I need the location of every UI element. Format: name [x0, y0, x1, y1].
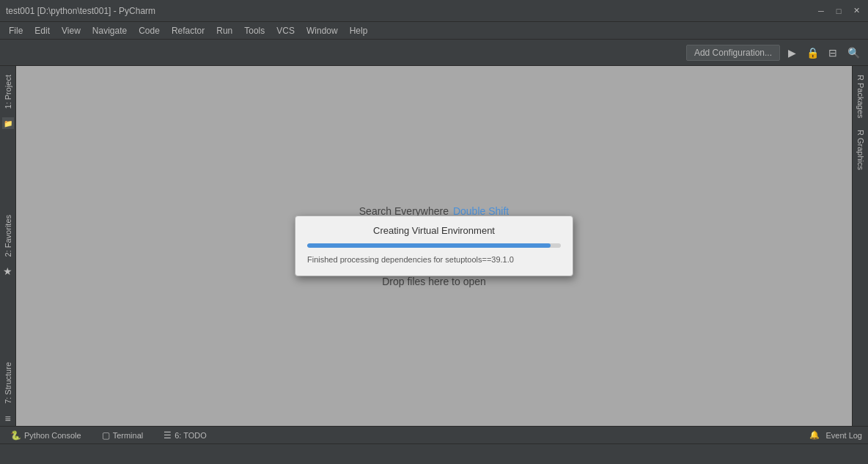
python-console-tab[interactable]: 🐍 Python Console [6, 429, 86, 442]
bottom-bar [0, 443, 868, 464]
creating-venv-dialog: Creating Virtual Environment Finished pr… [295, 216, 573, 276]
sidebar-item-r-graphics[interactable]: R Graphics [854, 124, 867, 176]
todo-icon: ☰ [163, 430, 172, 441]
structure-icon[interactable]: ≡ [4, 413, 10, 424]
window-title: test001 [D:\python\test001] - PyCharm [6, 6, 155, 16]
menu-edit[interactable]: Edit [29, 24, 56, 37]
favorites-icon[interactable]: ★ [3, 265, 12, 277]
todo-label: 6: TODO [174, 431, 207, 440]
menu-code[interactable]: Code [133, 24, 166, 37]
status-bar: 🐍 Python Console ▢ Terminal ☰ 6: TODO 🔔 … [0, 426, 868, 443]
window-controls: ─ □ ✕ [815, 5, 862, 17]
menu-window[interactable]: Window [301, 24, 344, 37]
run-icon[interactable]: ▶ [783, 44, 801, 62]
project-icon[interactable]: 📁 [2, 117, 14, 129]
lock-icon[interactable]: 🔒 [803, 44, 821, 62]
menu-bar: File Edit View Navigate Code Refactor Ru… [0, 22, 868, 40]
menu-help[interactable]: Help [344, 24, 374, 37]
event-log-label[interactable]: Event Log [825, 431, 862, 440]
todo-tab[interactable]: ☰ 6: TODO [159, 429, 211, 442]
modal-status-text: Finished processing dependencies for set… [307, 255, 561, 264]
title-bar: test001 [D:\python\test001] - PyCharm ─ … [0, 0, 868, 22]
stop-icon[interactable]: ⊟ [824, 44, 842, 62]
left-sidebar: 1: Project 📁 2: Favorites ★ 7: Structure… [0, 66, 16, 426]
progress-bar-fill [307, 243, 551, 248]
sidebar-item-project[interactable]: 1: Project [1, 69, 15, 114]
menu-run[interactable]: Run [210, 24, 238, 37]
toolbar: Add Configuration... ▶ 🔒 ⊟ 🔍 [0, 40, 868, 66]
terminal-label: Terminal [113, 431, 144, 440]
right-sidebar: R Packages R Graphics [852, 66, 868, 426]
maximize-button[interactable]: □ [833, 5, 845, 17]
menu-refactor[interactable]: Refactor [166, 24, 210, 37]
minimize-button[interactable]: ─ [815, 5, 827, 17]
add-configuration-button[interactable]: Add Configuration... [686, 45, 780, 61]
menu-vcs[interactable]: VCS [271, 24, 301, 37]
terminal-icon: ▢ [102, 430, 110, 441]
editor-area: Search Everywhere Double Shift Project V… [16, 66, 852, 426]
python-console-icon: 🐍 [10, 430, 21, 441]
sidebar-item-r-packages[interactable]: R Packages [854, 69, 867, 124]
menu-view[interactable]: View [56, 24, 87, 37]
search-everywhere-icon[interactable]: 🔍 [845, 44, 862, 62]
event-log-icon: 🔔 [809, 430, 820, 440]
menu-file[interactable]: File [3, 24, 29, 37]
python-console-label: Python Console [24, 431, 81, 440]
menu-navigate[interactable]: Navigate [87, 24, 133, 37]
menu-tools[interactable]: Tools [238, 24, 271, 37]
modal-title: Creating Virtual Environment [307, 225, 561, 236]
main-layout: 1: Project 📁 2: Favorites ★ 7: Structure… [0, 66, 868, 426]
progress-bar-container [307, 243, 561, 248]
sidebar-item-favorites[interactable]: 2: Favorites [1, 209, 15, 262]
sidebar-item-structure[interactable]: 7: Structure [1, 356, 15, 410]
modal-overlay: Creating Virtual Environment Finished pr… [16, 66, 852, 426]
status-right: 🔔 Event Log [809, 430, 862, 440]
terminal-tab[interactable]: ▢ Terminal [98, 429, 148, 442]
close-button[interactable]: ✕ [850, 5, 862, 17]
